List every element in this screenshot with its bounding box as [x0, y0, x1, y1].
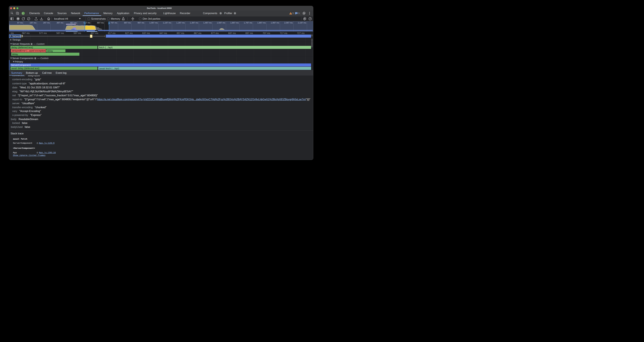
svg-text:?: ?	[310, 18, 310, 20]
